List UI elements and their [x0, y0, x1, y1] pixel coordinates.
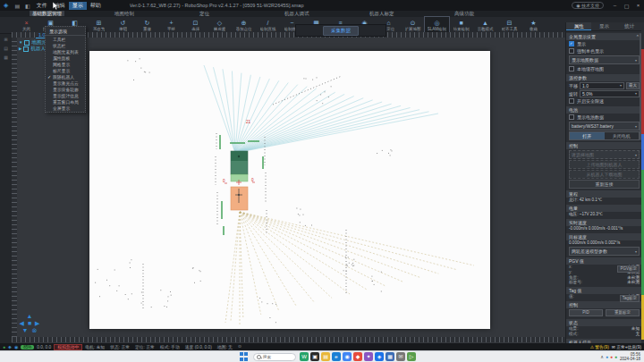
move-right-button[interactable]: ▶	[35, 320, 39, 327]
battery-dropdown[interactable]: battery/WS37.battery▾	[569, 122, 640, 130]
menu-option[interactable]: 标尺显示	[46, 67, 85, 73]
ribbon-tool-button[interactable]: ⊕ 添加点位	[232, 17, 256, 33]
tray-icon[interactable]: ∧	[600, 354, 604, 359]
quick-access-icon[interactable]: ◧	[25, 3, 30, 9]
pgv-calibrate-button[interactable]: PGV标定	[617, 265, 640, 273]
model-dropdown[interactable]: 两轮差速模型参数▾	[569, 247, 640, 256]
grid-icon[interactable]: ▦	[4, 55, 8, 60]
menu-option[interactable]: 显示设备轮廓	[46, 86, 85, 92]
taskbar-app-icon[interactable]: ▦	[386, 352, 394, 361]
maximize-button[interactable]: ▢	[621, 3, 632, 9]
checkbox-row[interactable]: 本地缓存地图	[566, 65, 642, 72]
ribbon-tab[interactable]: 高级功能	[454, 11, 539, 17]
ribbon-tool-button[interactable]: ↻ 重做	[135, 17, 159, 33]
expand-arrow-icon[interactable]: ▼	[19, 40, 22, 45]
menu-option[interactable]: 状态栏	[46, 42, 85, 48]
menu-item[interactable]: 文件	[33, 2, 51, 10]
pid-button[interactable]: PID	[569, 309, 603, 316]
taskbar-app-icon[interactable]: ◉	[343, 352, 352, 361]
cancel-button[interactable]: ⊗	[32, 327, 38, 334]
panel-tab[interactable]: 显示	[591, 22, 616, 30]
menu-option[interactable]: 属性面板	[46, 55, 85, 61]
start-button[interactable]	[240, 352, 249, 361]
rotate-speed-input[interactable]: 5.0%▾	[580, 90, 640, 97]
taskbar-app-icon[interactable]: ✉	[396, 352, 405, 361]
ribbon-tool-button[interactable]: ◎ SLAM绘制	[425, 17, 449, 33]
max-speed-button[interactable]: 最大	[626, 82, 640, 89]
minimize-button[interactable]: –	[609, 3, 621, 8]
move-down-button[interactable]: ▼	[22, 327, 29, 334]
checkbox[interactable]	[569, 98, 574, 104]
translate-speed-input[interactable]: 1.0▾	[580, 82, 624, 89]
layer-checkbox[interactable]	[24, 40, 30, 46]
ribbon-tool-button[interactable]: / 绘制直线	[256, 17, 280, 33]
tray-icon[interactable]: ●	[614, 354, 617, 359]
ribbon-tool-button[interactable]: ★ 收藏	[521, 17, 546, 33]
panel-toggle-icon[interactable]: ⊞	[4, 37, 7, 42]
checkbox-row[interactable]: 显示	[566, 40, 642, 47]
layers-icon[interactable]: ▤	[4, 46, 8, 51]
taskbar-search[interactable]: 搜索	[253, 353, 296, 361]
ribbon-tab[interactable]: 机器人调试	[284, 11, 369, 17]
reconnect-button[interactable]: 重新连接	[569, 180, 640, 189]
ribbon-tool-button[interactable]: ◇ 橡皮擦	[208, 17, 232, 33]
menu-option[interactable]: 网格显示	[46, 61, 85, 67]
menu-option[interactable]: 工具栏	[46, 36, 85, 42]
taskbar-app-icon[interactable]: ▤	[321, 352, 330, 361]
checkbox-checked[interactable]	[569, 41, 574, 46]
checkbox[interactable]	[569, 66, 574, 72]
map-canvas[interactable]: 21 0 0	[89, 51, 490, 329]
taskbar-app-icon[interactable]: e	[332, 352, 341, 361]
ribbon-tool-button[interactable]: ⊡ 选择	[183, 17, 208, 33]
support-badge[interactable]: ◉ 技术支持	[572, 2, 604, 9]
menu-option[interactable]: 全屏显示	[46, 105, 85, 111]
menu-item[interactable]: 帮助	[87, 2, 105, 10]
close-button[interactable]: ×	[632, 3, 644, 8]
expand-arrow-icon[interactable]: ▶	[19, 46, 21, 51]
tray-icon[interactable]: ●	[610, 354, 613, 359]
taskbar-app-icon[interactable]: ▷	[407, 352, 416, 361]
taskbar-app-icon[interactable]: W	[300, 352, 309, 361]
ribbon-tool-button[interactable]: ▲ 示教模式	[473, 17, 497, 33]
motor-close-button[interactable]: 关闭电机	[605, 132, 640, 139]
panel-tab[interactable]: 属性	[566, 22, 591, 30]
checkbox[interactable]	[569, 48, 574, 54]
ribbon-tab[interactable]: 机器人标定	[369, 11, 454, 17]
taskbar-clock[interactable]: 05:56 2024-04-18	[620, 352, 640, 361]
map-data-dropdown[interactable]: 显示地图数据▾	[569, 55, 640, 64]
recalibrate-button[interactable]: 重新标定	[606, 309, 640, 316]
tray-icon[interactable]: ●	[606, 354, 608, 359]
upload-map-button[interactable]: 上传地图到机器人	[569, 160, 640, 169]
motor-open-button[interactable]: 打开	[570, 132, 605, 139]
info-count[interactable]: ✉ 正常+信息(9)	[612, 344, 641, 349]
ribbon-tool-button[interactable]: ⊙ 扩展地图	[401, 17, 425, 33]
move-left-button[interactable]: ◀	[19, 320, 23, 327]
menu-option[interactable]: 显示统计信息	[46, 92, 85, 98]
collect-data-button[interactable]: 采集数据	[323, 26, 359, 36]
checkbox-row[interactable]: 强制单色显示	[566, 47, 642, 55]
ribbon-tab[interactable]: 定位	[199, 11, 284, 17]
menu-option[interactable]: 重置窗口布局	[46, 98, 85, 105]
taskbar-app-icon[interactable]: ◆	[353, 352, 362, 361]
menu-option[interactable]: 地图元素列表	[46, 48, 85, 55]
ribbon-tool-button[interactable]: ■ 结束绘制	[449, 17, 473, 33]
checkbox-row[interactable]: 显示电池数据	[566, 114, 642, 121]
warning-count[interactable]: ⚠ 警告(9)	[590, 344, 609, 349]
checkbox[interactable]	[569, 114, 574, 120]
ribbon-tab[interactable]: 基础数据管理	[30, 11, 114, 17]
move-up-button[interactable]: ▲	[27, 313, 33, 320]
ribbon-tool-button[interactable]: ⊞ 另存为	[87, 17, 111, 33]
menu-option[interactable]: 显示激光点云	[46, 80, 85, 86]
menu-option[interactable]: 跟随机器人	[46, 73, 85, 80]
panel-tab[interactable]: 统计	[617, 22, 642, 30]
taskbar-app-icon[interactable]: ▣	[310, 352, 319, 361]
ribbon-tool-button[interactable]: ⊟ 对齐工具	[497, 17, 521, 33]
tag-calibrate-button[interactable]: Tag标定	[620, 295, 640, 302]
taskbar-app-icon[interactable]: ◈	[375, 352, 384, 361]
ribbon-tool-button[interactable]: × 关闭	[14, 17, 38, 33]
ribbon-tool-button[interactable]: + 平移	[159, 17, 183, 33]
menu-item[interactable]: 显示	[69, 2, 87, 10]
quick-access-icon[interactable]: ▤	[14, 3, 20, 9]
map-select-dropdown[interactable]: 请选择地图▾	[569, 150, 640, 159]
download-map-button[interactable]: 从机器人下载地图	[569, 170, 640, 179]
